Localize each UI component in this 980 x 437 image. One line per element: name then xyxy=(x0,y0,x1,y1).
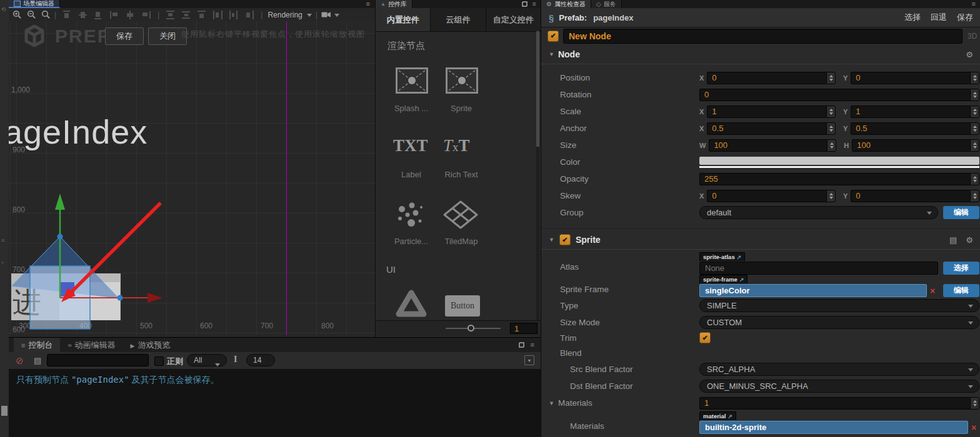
clear-asset-icon[interactable] xyxy=(927,286,938,296)
prefab-revert-button[interactable]: 回退 xyxy=(931,12,947,23)
tab-property-inspector[interactable]: 属性检查器 xyxy=(541,0,591,8)
node-section-header[interactable]: Node xyxy=(541,45,980,64)
sprite-frame-edit-button[interactable]: 编辑 xyxy=(943,284,979,297)
collapse-icon[interactable] xyxy=(549,237,554,243)
align-top-icon[interactable] xyxy=(63,11,72,19)
regex-checkbox[interactable] xyxy=(154,356,164,366)
sprite-widget-icon[interactable] xyxy=(446,67,478,94)
font-size-dropdown[interactable]: 14 xyxy=(246,354,275,366)
collapse-console-icon[interactable]: ▼ xyxy=(524,355,534,365)
align-right-icon[interactable] xyxy=(141,11,151,19)
popout-icon[interactable] xyxy=(522,1,528,7)
help-doc-icon[interactable] xyxy=(949,235,957,245)
open-log-file-icon[interactable] xyxy=(34,356,41,365)
sprite-enabled-checkbox[interactable] xyxy=(559,234,571,245)
console-filter-input[interactable] xyxy=(47,354,149,366)
scale-x-field[interactable]: 1 xyxy=(707,106,836,118)
position-y-field[interactable]: 0 xyxy=(851,72,979,84)
zoom-value-field[interactable]: 1 xyxy=(510,323,538,334)
skew-y-field[interactable]: 0 xyxy=(851,190,979,202)
tab-console[interactable]: 控制台 xyxy=(14,338,60,352)
scale-y-field[interactable]: 1 xyxy=(851,106,979,118)
align-bottom-icon[interactable] xyxy=(94,11,104,19)
cocos-triangle-icon[interactable] xyxy=(394,288,428,318)
zoom-slider-knob[interactable] xyxy=(468,325,474,331)
tab-animation-editor[interactable]: 动画编辑器 xyxy=(60,338,122,352)
richtext-widget-icon[interactable]: TxT xyxy=(443,136,470,155)
type-dropdown[interactable]: SIMPLE xyxy=(699,299,979,312)
stepper[interactable] xyxy=(826,106,836,118)
clear-asset-icon[interactable] xyxy=(968,423,979,433)
skew-x-field[interactable]: 0 xyxy=(707,190,836,202)
clear-console-icon[interactable] xyxy=(16,355,24,366)
scrollbar-thumb[interactable] xyxy=(536,31,539,147)
button-widget-item[interactable]: Button xyxy=(445,295,480,317)
distribute-hcenter-icon[interactable] xyxy=(229,11,238,19)
menu-icon[interactable]: ≡ xyxy=(1,237,4,243)
panel-handle[interactable] xyxy=(1,406,8,416)
tab-scene-editor[interactable]: 场景编辑器 xyxy=(9,0,60,8)
scene-viewport[interactable]: PREFAB 保存 关闭 使用鼠标右键平移视窗焦点，使用滚轮缩放视图 ageIn… xyxy=(9,21,375,335)
panel-menu-icon[interactable] xyxy=(972,1,980,7)
tab-builtin-widgets[interactable]: 内置控件 xyxy=(376,8,431,31)
stepper[interactable] xyxy=(970,139,979,152)
external-link-icon[interactable] xyxy=(737,254,742,260)
gizmo-handle-dot[interactable] xyxy=(58,234,63,240)
panel-menu-icon[interactable] xyxy=(532,1,541,7)
tab-custom-widgets[interactable]: 自定义控件 xyxy=(486,8,541,31)
tab-widget-library[interactable]: ▲ 控件库 xyxy=(376,0,412,8)
tab-cloud-components[interactable]: 云组件 xyxy=(431,8,486,31)
zoom-out-icon[interactable] xyxy=(27,10,36,19)
position-x-field[interactable]: 0 xyxy=(707,72,836,84)
trim-checkbox[interactable] xyxy=(699,332,711,343)
log-level-dropdown[interactable]: All xyxy=(187,354,227,366)
size-mode-dropdown[interactable]: CUSTOM xyxy=(699,316,979,329)
collapse-icon[interactable] xyxy=(549,51,554,57)
mode-3d-toggle[interactable]: 3D xyxy=(968,32,977,41)
stepper[interactable] xyxy=(826,122,836,135)
align-left-icon[interactable] xyxy=(110,11,119,19)
gizmo-x-arrowhead[interactable] xyxy=(148,293,162,303)
zoom-reset-icon[interactable] xyxy=(41,10,51,19)
console-log-area[interactable]: 只有预制节点 "pageIndex" 及其子节点会被保存。 xyxy=(9,369,541,437)
opacity-field[interactable]: 255 xyxy=(699,173,979,185)
tiledmap-widget-icon[interactable] xyxy=(443,200,478,229)
distribute-bottom-icon[interactable] xyxy=(198,11,207,19)
rendering-dropdown[interactable]: Rendering xyxy=(268,11,302,19)
stepper[interactable] xyxy=(827,139,836,152)
distribute-top-icon[interactable] xyxy=(166,11,176,19)
distribute-right-icon[interactable] xyxy=(244,11,254,19)
gizmo-handle-dot[interactable] xyxy=(118,295,123,301)
stepper[interactable] xyxy=(970,173,979,185)
src-blend-dropdown[interactable]: SRC_ALPHA xyxy=(699,363,979,376)
tab-services[interactable]: 服务 xyxy=(591,0,622,8)
stepper[interactable] xyxy=(970,89,979,101)
particle-widget-icon[interactable] xyxy=(394,200,426,230)
gear-icon[interactable] xyxy=(966,50,973,59)
sprite-frame-field[interactable]: singleColor xyxy=(699,284,927,297)
prefab-save-button[interactable]: 保存 xyxy=(957,12,973,23)
panel-menu-icon[interactable] xyxy=(366,1,375,7)
prefab-select-button[interactable]: 选择 xyxy=(904,12,921,23)
popout-icon[interactable] xyxy=(519,342,524,348)
zoom-in-icon[interactable] xyxy=(12,10,22,19)
refresh-icon[interactable]: ⟲ xyxy=(1,6,6,12)
size-w-field[interactable]: 100 xyxy=(709,139,836,152)
distribute-vcenter-icon[interactable] xyxy=(182,11,191,19)
tab-game-preview[interactable]: 游戏预览 xyxy=(122,338,178,352)
external-link-icon[interactable] xyxy=(728,413,732,420)
label-widget-icon[interactable]: TXT xyxy=(393,136,428,155)
node-name-field[interactable]: New Node xyxy=(563,29,962,44)
materials-count-field[interactable]: 1 xyxy=(699,397,979,410)
anchor-x-field[interactable]: 0.5 xyxy=(707,122,836,135)
dst-blend-dropdown[interactable]: ONE_MINUS_SRC_ALPHA xyxy=(699,380,979,393)
align-hcenter-icon[interactable] xyxy=(126,11,135,19)
external-link-icon[interactable] xyxy=(739,277,744,283)
material-field[interactable]: builtin-2d-sprite xyxy=(699,421,968,434)
stepper[interactable] xyxy=(970,397,979,410)
stepper[interactable] xyxy=(826,72,836,84)
size-h-field[interactable]: 100 xyxy=(852,139,979,152)
stepper[interactable] xyxy=(970,106,979,118)
color-swatch[interactable] xyxy=(699,157,979,168)
sprite-section-header[interactable]: Sprite xyxy=(541,230,980,250)
